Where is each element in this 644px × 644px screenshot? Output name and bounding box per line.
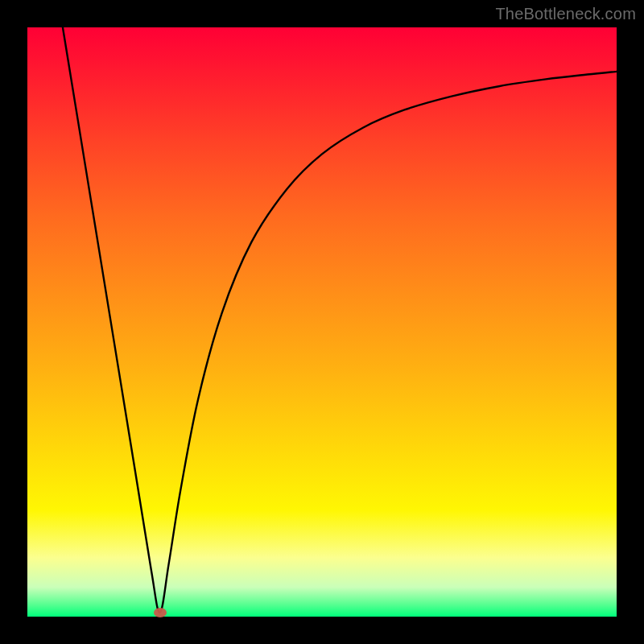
curve-path [63, 27, 617, 613]
minimum-marker [154, 608, 167, 617]
chart-frame: TheBottleneck.com [0, 0, 644, 644]
plot-area [27, 27, 617, 617]
bottleneck-curve [27, 27, 617, 617]
watermark-text: TheBottleneck.com [495, 5, 636, 23]
